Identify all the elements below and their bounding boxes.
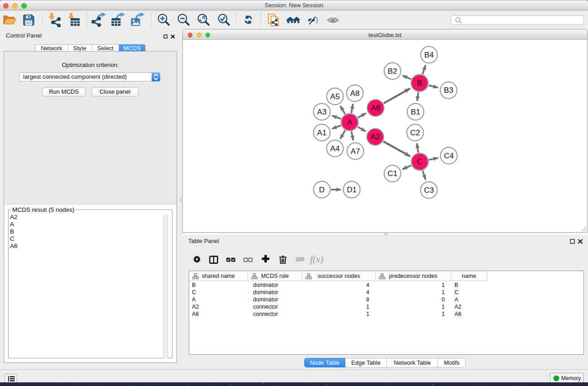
svg-text:A: A xyxy=(347,118,353,127)
svg-text:B3: B3 xyxy=(444,86,454,95)
svg-text:D1: D1 xyxy=(347,186,357,194)
svg-text:A6: A6 xyxy=(371,104,380,112)
svg-text:B4: B4 xyxy=(424,51,434,59)
svg-text:A2: A2 xyxy=(371,133,380,141)
svg-text:C3: C3 xyxy=(424,186,434,195)
svg-text:A4: A4 xyxy=(330,144,340,153)
svg-text:A1: A1 xyxy=(317,129,327,137)
svg-text:B1: B1 xyxy=(411,108,421,116)
svg-text:D: D xyxy=(319,186,325,194)
svg-text:C2: C2 xyxy=(410,129,420,137)
svg-text:A5: A5 xyxy=(330,92,340,101)
svg-text:A7: A7 xyxy=(351,147,360,156)
svg-text:B: B xyxy=(417,79,422,87)
svg-text:C: C xyxy=(417,157,422,166)
svg-text:A8: A8 xyxy=(350,89,360,98)
svg-text:C1: C1 xyxy=(387,169,397,178)
svg-text:C4: C4 xyxy=(444,152,454,160)
svg-text:A3: A3 xyxy=(317,108,327,116)
svg-text:B2: B2 xyxy=(388,67,397,76)
